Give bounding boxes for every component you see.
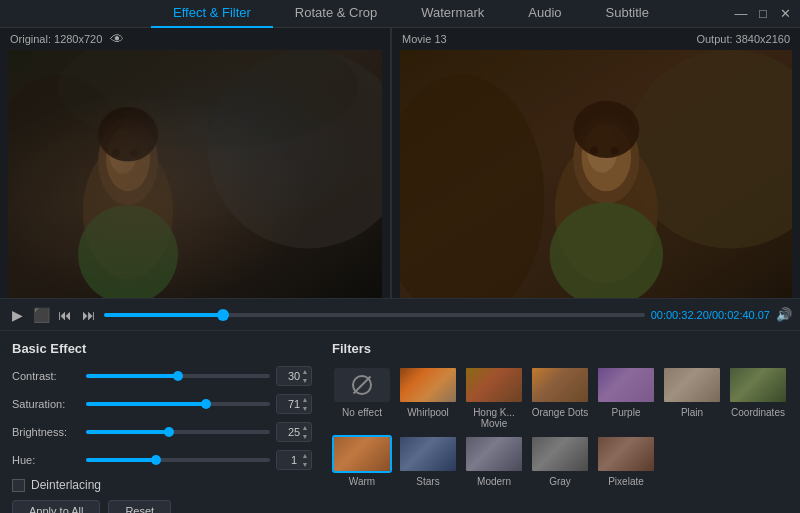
original-label-row: Original: 1280x720 👁 [0,28,390,50]
hue-slider[interactable] [86,458,270,462]
prev-frame-button[interactable]: ⏮ [56,306,74,324]
filter-warm-thumb [332,435,392,473]
brightness-value[interactable]: 25 ▲ ▼ [276,422,312,442]
filter-orangedots-thumb [530,366,590,404]
hue-down[interactable]: ▼ [300,460,310,469]
filter-pixelate-visual [598,437,654,471]
original-video-frame [8,50,382,298]
svg-point-3 [8,75,138,298]
svg-point-8 [109,129,137,174]
brightness-thumb[interactable] [164,427,174,437]
filter-stars-label: Stars [416,476,439,487]
filter-purple[interactable]: Purple [596,366,656,429]
brightness-slider[interactable] [86,430,270,434]
hue-thumb[interactable] [151,455,161,465]
filter-coordinates[interactable]: Coordinates [728,366,788,429]
saturation-down[interactable]: ▼ [300,404,310,413]
svg-point-9 [98,107,158,162]
brightness-fill [86,430,169,434]
deinterlacing-row: Deinterlacing [12,478,312,492]
tab-audio[interactable]: Audio [506,0,583,28]
filter-stars[interactable]: Stars [398,435,458,487]
original-resolution-label: Original: 1280x720 [10,33,102,45]
eye-icon[interactable]: 👁 [110,31,124,47]
filter-purple-thumb [596,366,656,404]
brightness-down[interactable]: ▼ [300,432,310,441]
tab-bar: Effect & Filter Rotate & Crop Watermark … [88,0,734,28]
filter-coordinates-visual [730,368,786,402]
brightness-label: Brightness: [12,426,80,438]
apply-to-all-button[interactable]: Apply to All [12,500,100,513]
filter-gray[interactable]: Gray [530,435,590,487]
filter-whirlpool-visual [400,368,456,402]
hue-up[interactable]: ▲ [300,451,310,460]
window-controls: — □ ✕ [734,7,792,21]
video-output-panel: Movie 13 Output: 3840x2160 [392,28,800,298]
volume-icon[interactable]: 🔊 [776,307,792,322]
filters-grid: No effect Whirlpool Hong K [332,366,788,487]
filter-whirlpool[interactable]: Whirlpool [398,366,458,429]
title-bar: Effect & Filter Rotate & Crop Watermark … [0,0,800,28]
hue-label: Hue: [12,454,80,466]
hue-value[interactable]: 1 ▲ ▼ [276,450,312,470]
deinterlacing-checkbox[interactable] [12,479,25,492]
saturation-thumb[interactable] [201,399,211,409]
filter-orangedots[interactable]: Orange Dots [530,366,590,429]
filter-modern[interactable]: Modern [464,435,524,487]
filter-hongkong-thumb [464,366,524,404]
svg-rect-25 [400,50,792,298]
saturation-up[interactable]: ▲ [300,395,310,404]
filter-hongkong-visual [466,368,522,402]
filter-pixelate[interactable]: Pixelate [596,435,656,487]
filter-orangedots-visual [532,368,588,402]
saturation-spinners: ▲ ▼ [300,395,310,413]
contrast-up[interactable]: ▲ [300,367,310,376]
contrast-thumb[interactable] [173,371,183,381]
stop-button[interactable]: ⬛ [32,306,50,324]
svg-point-2 [208,50,382,248]
contrast-label: Contrast: [12,370,80,382]
action-buttons: Apply to All Reset [12,500,312,513]
hue-row: Hue: 1 ▲ ▼ [12,450,312,470]
svg-point-11 [130,149,138,156]
contrast-slider[interactable] [86,374,270,378]
brightness-up[interactable]: ▲ [300,423,310,432]
svg-point-6 [98,118,158,205]
basic-effect-title: Basic Effect [12,341,312,356]
tab-effect-filter[interactable]: Effect & Filter [151,0,273,28]
main-content: Original: 1280x720 👁 [0,28,800,513]
saturation-row: Saturation: 71 ▲ ▼ [12,394,312,414]
video-original-panel: Original: 1280x720 👁 [0,28,390,298]
contrast-down[interactable]: ▼ [300,376,310,385]
contrast-value[interactable]: 30 ▲ ▼ [276,366,312,386]
play-button[interactable]: ▶ [8,306,26,324]
progress-bar[interactable] [104,313,645,317]
output-resolution-label: Output: 3840x2160 [696,33,790,45]
filter-coordinates-label: Coordinates [731,407,785,418]
reset-button[interactable]: Reset [108,500,171,513]
filter-coordinates-thumb [728,366,788,404]
filter-no-effect[interactable]: No effect [332,366,392,429]
close-button[interactable]: ✕ [778,7,792,21]
tab-rotate-crop[interactable]: Rotate & Crop [273,0,399,28]
filter-warm[interactable]: Warm [332,435,392,487]
filter-whirlpool-label: Whirlpool [407,407,449,418]
svg-point-7 [106,127,150,191]
progress-thumb[interactable] [217,309,229,321]
filter-hongkong[interactable]: Hong K... Movie [464,366,524,429]
bottom-panel: Basic Effect Contrast: 30 ▲ ▼ [0,330,800,513]
minimize-button[interactable]: — [734,7,748,21]
saturation-slider[interactable] [86,402,270,406]
no-effect-circle [352,375,372,395]
filter-modern-thumb [464,435,524,473]
tab-watermark[interactable]: Watermark [399,0,506,28]
next-frame-button[interactable]: ⏭ [80,306,98,324]
output-label-row: Movie 13 Output: 3840x2160 [392,28,800,50]
filter-plain[interactable]: Plain [662,366,722,429]
tab-subtitle[interactable]: Subtitle [584,0,671,28]
filter-pixelate-label: Pixelate [608,476,644,487]
filter-stars-thumb [398,435,458,473]
maximize-button[interactable]: □ [756,7,770,21]
saturation-value[interactable]: 71 ▲ ▼ [276,394,312,414]
filter-modern-label: Modern [477,476,511,487]
